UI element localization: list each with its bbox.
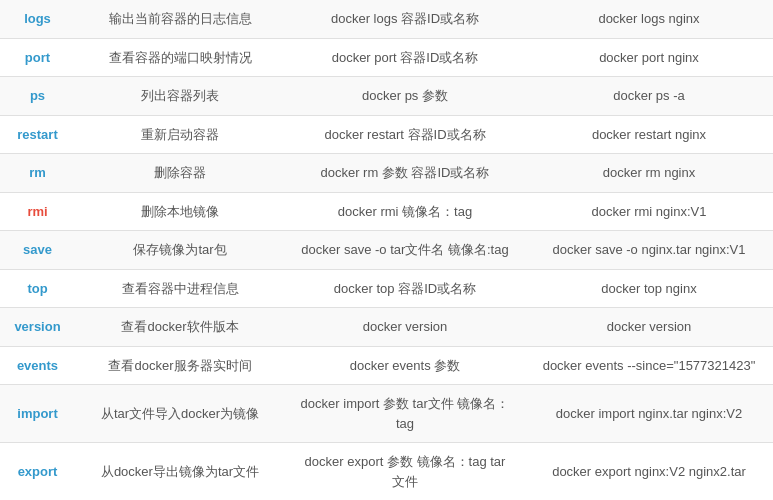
command-desc: 查看docker软件版本 [75,308,285,347]
command-desc: 查看容器的端口映射情况 [75,38,285,77]
table-row: restart重新启动容器docker restart 容器ID或名称docke… [0,115,773,154]
command-syntax: docker rmi 镜像名：tag [285,192,525,231]
command-desc: 从tar文件导入docker为镜像 [75,385,285,443]
command-example: docker rm nginx [525,154,773,193]
command-name: top [0,269,75,308]
docker-commands-table: logs输出当前容器的日志信息docker logs 容器ID或名称docker… [0,0,773,500]
command-desc: 删除本地镜像 [75,192,285,231]
command-example: docker events --since="1577321423" [525,346,773,385]
command-example: docker restart nginx [525,115,773,154]
command-syntax: docker import 参数 tar文件 镜像名：tag [285,385,525,443]
command-desc: 从docker导出镜像为tar文件 [75,443,285,501]
command-syntax: docker port 容器ID或名称 [285,38,525,77]
command-desc: 删除容器 [75,154,285,193]
command-example: docker ps -a [525,77,773,116]
command-name: import [0,385,75,443]
command-example: docker save -o nginx.tar nginx:V1 [525,231,773,270]
command-name: save [0,231,75,270]
command-syntax: docker version [285,308,525,347]
command-name: logs [0,0,75,38]
command-desc: 输出当前容器的日志信息 [75,0,285,38]
table-row: logs输出当前容器的日志信息docker logs 容器ID或名称docker… [0,0,773,38]
command-syntax: docker logs 容器ID或名称 [285,0,525,38]
command-example: docker rmi nginx:V1 [525,192,773,231]
command-example: docker logs nginx [525,0,773,38]
command-example: docker import nginx.tar nginx:V2 [525,385,773,443]
command-desc: 查看docker服务器实时间 [75,346,285,385]
command-example: docker export nginx:V2 nginx2.tar [525,443,773,501]
table-row: import从tar文件导入docker为镜像docker import 参数 … [0,385,773,443]
command-name: restart [0,115,75,154]
command-syntax: docker rm 参数 容器ID或名称 [285,154,525,193]
command-syntax: docker events 参数 [285,346,525,385]
command-desc: 列出容器列表 [75,77,285,116]
command-syntax: docker export 参数 镜像名：tag tar文件 [285,443,525,501]
command-desc: 重新启动容器 [75,115,285,154]
command-example: docker port nginx [525,38,773,77]
table-row: events查看docker服务器实时间docker events 参数dock… [0,346,773,385]
command-syntax: docker restart 容器ID或名称 [285,115,525,154]
table-row: rmi删除本地镜像docker rmi 镜像名：tagdocker rmi ng… [0,192,773,231]
table-row: version查看docker软件版本docker versiondocker … [0,308,773,347]
command-desc: 保存镜像为tar包 [75,231,285,270]
command-name: version [0,308,75,347]
command-syntax: docker top 容器ID或名称 [285,269,525,308]
command-name: port [0,38,75,77]
command-desc: 查看容器中进程信息 [75,269,285,308]
table-row: export从docker导出镜像为tar文件docker export 参数 … [0,443,773,501]
table-row: top查看容器中进程信息docker top 容器ID或名称docker top… [0,269,773,308]
table-row: save保存镜像为tar包docker save -o tar文件名 镜像名:t… [0,231,773,270]
command-name: rmi [0,192,75,231]
command-example: docker version [525,308,773,347]
table-row: rm删除容器docker rm 参数 容器ID或名称docker rm ngin… [0,154,773,193]
command-syntax: docker save -o tar文件名 镜像名:tag [285,231,525,270]
command-name: rm [0,154,75,193]
table-row: port查看容器的端口映射情况docker port 容器ID或名称docker… [0,38,773,77]
command-example: docker top nginx [525,269,773,308]
command-name: events [0,346,75,385]
command-name: export [0,443,75,501]
table-row: ps列出容器列表docker ps 参数docker ps -a [0,77,773,116]
command-syntax: docker ps 参数 [285,77,525,116]
command-name: ps [0,77,75,116]
